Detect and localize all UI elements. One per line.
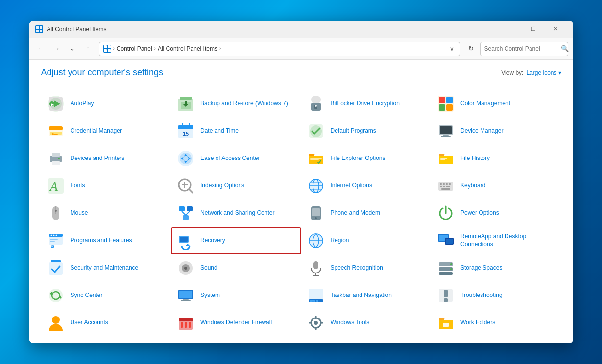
control-item-date-time[interactable]: 15 Date and Time [171,117,301,145]
control-item-windows-tools[interactable]: Windows Tools [301,309,432,337]
svg-rect-141 [181,322,183,328]
control-item-internet-options[interactable]: Internet Options [301,172,432,200]
item-label-security-maintenance: Security and Maintenance [71,264,139,272]
svg-point-120 [450,263,452,265]
svg-rect-26 [439,104,445,111]
item-label-indexing: Indexing Options [200,182,244,190]
address-all-items[interactable]: All Control Panel Items [158,46,217,52]
svg-rect-100 [180,237,188,242]
item-icon-sound [176,258,195,278]
item-icon-file-history [436,149,456,168]
item-icon-system [176,286,195,305]
items-grid: ▶ AutoPlay Backup and Restore (Windows 7… [41,90,561,337]
address-icon [103,45,111,53]
svg-rect-150 [443,323,449,327]
control-item-file-explorer[interactable]: File Explorer Options [301,145,432,172]
svg-point-137 [52,316,60,324]
view-by-value[interactable]: Large icons ▾ [526,69,561,76]
item-label-date-time: Date and Time [200,127,239,135]
address-bar[interactable]: › Control Panel › All Control Panel Item… [99,42,460,56]
control-item-taskbar[interactable]: Taskbar and Navigation [301,282,432,309]
svg-line-85 [186,211,190,215]
search-box[interactable]: 🔍 [480,42,568,56]
search-input[interactable] [484,46,558,52]
control-item-system[interactable]: System [171,282,301,309]
control-item-indexing[interactable]: Indexing Options [171,172,301,200]
item-label-color-management: Color Management [460,100,510,108]
control-item-color-management[interactable]: Color Management [431,90,561,117]
item-icon-speech-recognition [306,258,326,278]
control-item-speech-recognition[interactable]: Speech Recognition [301,254,432,282]
item-label-network-sharing: Network and Sharing Center [200,209,274,217]
control-item-sync-center[interactable]: Sync Center [41,282,171,309]
svg-rect-32 [54,134,58,135]
svg-point-93 [53,235,54,236]
svg-rect-71 [443,183,445,185]
address-separator-3: › [219,46,221,51]
item-icon-fonts: A [46,176,66,196]
item-icon-power-options [436,204,456,223]
control-item-phone-modem[interactable]: Phone and Modem [301,200,432,227]
control-item-bitlocker[interactable]: BitLocker Drive Encryption [301,90,432,117]
svg-rect-4 [104,46,107,48]
control-item-default-programs[interactable]: Default Programs [301,117,432,145]
item-label-user-accounts: User Accounts [71,319,108,327]
item-icon-indexing [176,176,195,196]
dropdown-button[interactable]: ⌄ [66,42,79,56]
control-item-network-sharing[interactable]: Network and Sharing Center [171,200,301,227]
address-control-panel[interactable]: Control Panel [117,46,152,52]
item-label-file-history: File History [460,155,490,162]
control-item-user-accounts[interactable]: User Accounts [41,309,171,337]
title-bar: All Control Panel Items — ☐ ✕ [29,21,573,38]
item-icon-recovery [176,231,195,250]
svg-point-113 [184,267,187,270]
control-item-security-maintenance[interactable]: Security and Maintenance [41,254,171,282]
control-item-region[interactable]: Region [301,227,432,254]
item-label-storage-spaces: Storage Spaces [460,264,502,272]
control-item-file-history[interactable]: File History [431,145,561,172]
control-item-remoteapp[interactable]: RemoteApp and Desktop Connections [431,227,561,254]
address-dropdown-button[interactable]: ∨ [448,45,456,53]
close-button[interactable]: ✕ [545,22,567,37]
control-item-recovery[interactable]: Recovery [171,227,301,254]
svg-rect-108 [446,239,453,244]
control-item-ease-of-access[interactable]: Ease of Access Center [171,145,301,172]
item-icon-work-folders [436,313,456,333]
item-label-sound: Sound [200,264,217,272]
refresh-button[interactable]: ↻ [464,42,478,56]
control-item-windows-defender[interactable]: Windows Defender Firewall [171,309,301,337]
control-item-power-options[interactable]: Power Options [431,200,561,227]
control-item-troubleshooting[interactable]: Troubleshooting [431,282,561,309]
svg-rect-24 [439,97,445,103]
item-label-ease-of-access: Ease of Access Center [200,155,260,162]
up-button[interactable]: ↑ [81,42,95,56]
control-item-fonts[interactable]: A Fonts [41,172,171,200]
item-label-recovery: Recovery [200,237,225,245]
control-item-work-folders[interactable]: Work Folders [431,309,561,337]
control-item-programs-features[interactable]: PC Programs and Features [41,227,171,254]
minimize-button[interactable]: — [500,22,522,37]
forward-button[interactable]: → [50,42,64,56]
maximize-button[interactable]: ☐ [522,22,545,37]
svg-rect-7 [108,49,111,52]
svg-rect-35 [178,128,193,129]
item-label-phone-modem: Phone and Modem [331,209,380,217]
svg-rect-133 [316,300,318,302]
control-item-credential-manager[interactable]: Credential Manager [41,117,171,145]
control-item-keyboard[interactable]: Keyboard [431,172,561,200]
svg-rect-96 [50,241,55,242]
control-item-device-manager[interactable]: Device Manager [431,117,561,145]
control-item-devices-printers[interactable]: Devices and Printers [41,145,171,172]
svg-rect-56 [440,159,445,160]
control-item-storage-spaces[interactable]: Storage Spaces [431,254,561,282]
svg-point-50 [58,158,60,159]
control-item-backup-restore[interactable]: Backup and Restore (Windows 7) [171,90,301,117]
svg-point-92 [50,235,52,236]
back-button[interactable]: ← [34,42,48,56]
svg-point-121 [450,268,452,270]
item-icon-security-maintenance [46,258,66,278]
control-item-sound[interactable]: Sound [171,254,301,282]
svg-rect-45 [50,156,62,162]
control-item-autoplay[interactable]: ▶ AutoPlay [41,90,171,117]
control-item-mouse[interactable]: Mouse [41,200,171,227]
